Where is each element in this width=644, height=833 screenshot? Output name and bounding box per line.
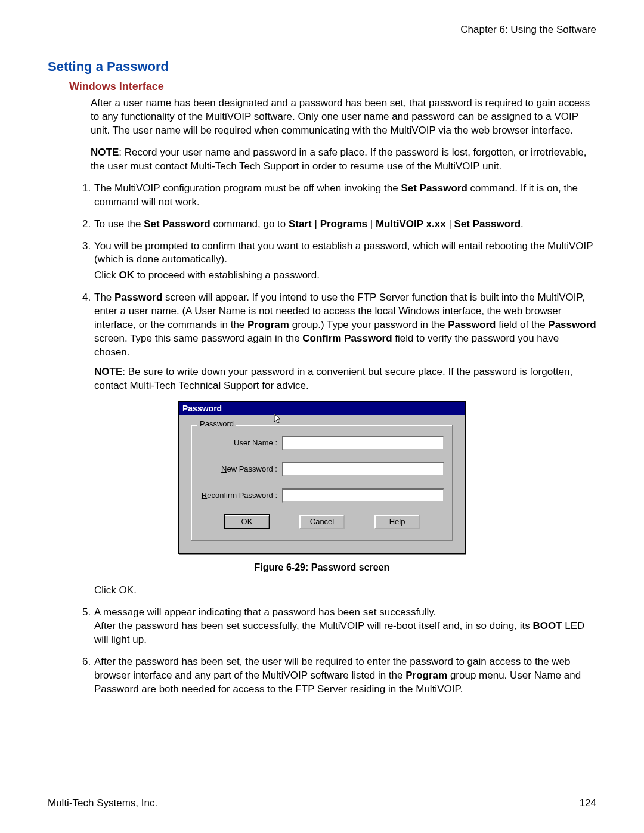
figure-caption: Figure 6-29: Password screen — [48, 562, 596, 573]
cursor-icon — [273, 413, 283, 427]
section-subtitle: Windows Interface — [69, 80, 596, 93]
password-dialog: Password Password User Name : — [178, 401, 466, 554]
section-title: Setting a Password — [48, 59, 596, 75]
note-label: NOTE — [91, 147, 119, 158]
note-text: : Record your user name and password in … — [91, 147, 587, 172]
step-5: 5. A message will appear indicating that… — [82, 606, 596, 647]
help-button[interactable]: Help — [374, 515, 420, 529]
reconfirm-password-input[interactable] — [282, 488, 444, 503]
intro-paragraph: After a user name has been designated an… — [91, 97, 596, 138]
page-footer: Multi-Tech Systems, Inc. 124 — [48, 792, 596, 809]
note-1: NOTE: Record your user name and password… — [91, 146, 596, 174]
step-1: 1. The MultiVOIP configuration program m… — [82, 182, 596, 209]
user-name-input[interactable] — [282, 436, 444, 450]
dialog-title: Password — [182, 404, 222, 413]
click-ok-text: Click OK. — [94, 584, 596, 597]
footer-page: 124 — [580, 797, 596, 809]
footer-company: Multi-Tech Systems, Inc. — [48, 797, 157, 809]
ok-button[interactable]: OK — [224, 515, 270, 529]
step-2: 2. To use the Set Password command, go t… — [82, 218, 596, 231]
password-fieldset: Password User Name : New Password : Reco… — [191, 425, 453, 541]
step-4: 4. The Password screen will appear. If y… — [82, 291, 596, 393]
reconfirm-password-label: Reconfirm Password : — [200, 491, 282, 500]
cancel-button[interactable]: Cancel — [299, 515, 345, 529]
chapter-label: Chapter 6: Using the Software — [460, 24, 596, 35]
new-password-input[interactable] — [282, 462, 444, 476]
step-3: 3. You will be prompted to confirm that … — [82, 240, 596, 283]
new-password-label: New Password : — [200, 465, 282, 473]
step-6: 6. After the password has been set, the … — [82, 655, 596, 696]
dialog-titlebar: Password — [179, 402, 465, 415]
fieldset-legend: Password — [197, 419, 236, 428]
page-header: Chapter 6: Using the Software — [48, 24, 596, 41]
user-name-label: User Name : — [200, 438, 282, 447]
